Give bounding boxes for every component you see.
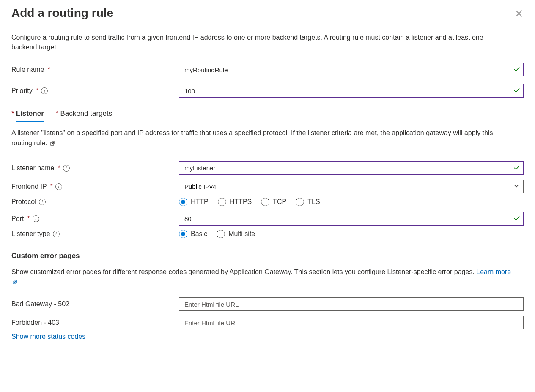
radio-icon xyxy=(296,198,304,206)
protocol-http-radio[interactable]: HTTP xyxy=(179,198,209,206)
radio-icon xyxy=(218,198,226,206)
protocol-https-radio[interactable]: HTTPS xyxy=(218,198,252,206)
required-indicator: * xyxy=(36,87,38,95)
frontend-ip-label: Frontend IP* i xyxy=(11,183,179,191)
priority-label: Priority* i xyxy=(11,87,179,95)
info-icon[interactable]: i xyxy=(55,183,62,190)
listener-type-basic-radio[interactable]: Basic xyxy=(179,230,207,238)
tab-listener[interactable]: *Listener xyxy=(11,108,44,122)
protocol-radio-group: HTTP HTTPS TCP TLS xyxy=(179,196,524,208)
forbidden-label: Forbidden - 403 xyxy=(11,319,179,327)
protocol-tcp-radio[interactable]: TCP xyxy=(261,198,286,206)
required-indicator: * xyxy=(11,109,14,117)
external-link-icon[interactable] xyxy=(50,139,56,149)
protocol-tls-radio[interactable]: TLS xyxy=(296,198,320,206)
external-link-icon xyxy=(12,278,18,287)
port-label: Port* i xyxy=(11,215,179,223)
priority-input[interactable] xyxy=(179,84,524,98)
listener-description: A listener "listens" on a specified port… xyxy=(11,128,515,148)
custom-error-heading: Custom error pages xyxy=(11,252,524,260)
radio-icon xyxy=(217,230,225,238)
frontend-ip-select[interactable]: Public IPv4 xyxy=(179,180,524,193)
radio-icon xyxy=(179,198,187,206)
custom-error-description: Show customized error pages for differen… xyxy=(11,267,515,287)
protocol-label: Protocol i xyxy=(11,198,179,206)
info-icon[interactable]: i xyxy=(53,231,60,237)
info-icon[interactable]: i xyxy=(33,215,39,222)
required-indicator: * xyxy=(58,164,60,172)
required-indicator: * xyxy=(27,215,30,223)
bad-gateway-input[interactable] xyxy=(179,297,524,311)
panel-title: Add a routing rule xyxy=(11,6,113,20)
forbidden-input[interactable] xyxy=(179,316,524,329)
listener-name-label: Listener name* i xyxy=(11,164,179,172)
listener-name-input[interactable] xyxy=(179,161,524,175)
close-button[interactable] xyxy=(514,9,524,18)
radio-icon xyxy=(179,230,187,238)
close-icon xyxy=(515,10,523,17)
radio-icon xyxy=(261,198,269,206)
info-icon[interactable]: i xyxy=(41,87,48,94)
listener-type-radio-group: Basic Multi site xyxy=(179,228,524,240)
required-indicator: * xyxy=(47,66,50,74)
show-more-status-codes-link[interactable]: Show more status codes xyxy=(11,333,85,340)
rule-name-label: Rule name* xyxy=(11,66,179,74)
required-indicator: * xyxy=(50,183,53,191)
intro-text: Configure a routing rule to send traffic… xyxy=(11,33,510,52)
tab-backend-targets[interactable]: *Backend targets xyxy=(56,108,112,122)
info-icon[interactable]: i xyxy=(63,165,70,172)
rule-name-input[interactable] xyxy=(179,63,524,76)
port-input[interactable] xyxy=(179,212,524,226)
routing-rule-panel: Add a routing rule Configure a routing r… xyxy=(0,0,535,392)
listener-type-label: Listener type i xyxy=(11,230,179,238)
bad-gateway-label: Bad Gateway - 502 xyxy=(11,300,179,308)
listener-type-multisite-radio[interactable]: Multi site xyxy=(217,230,255,238)
tabs: *Listener *Backend targets xyxy=(11,108,524,122)
info-icon[interactable]: i xyxy=(39,199,46,205)
required-indicator: * xyxy=(56,109,59,117)
